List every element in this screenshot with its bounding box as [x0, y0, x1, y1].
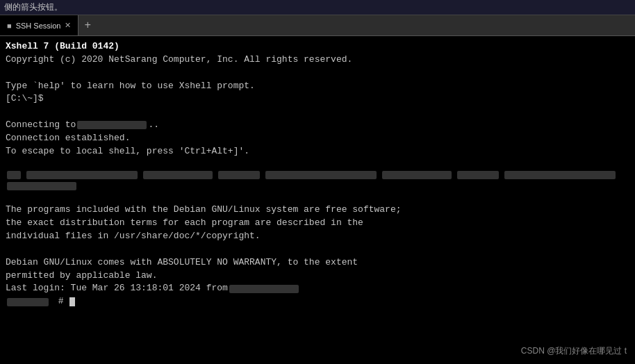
terminal-line-5: [C:\~]$ [6, 92, 629, 106]
xshell-title: Xshell 7 (Build 0142) [6, 40, 119, 53]
annotation-text: 侧的箭头按钮。 [4, 1, 63, 13]
warranty-text-2: permitted by applicable law. [6, 270, 157, 283]
terminal-line-15: individual files in /usr/share/doc/*/cop… [6, 230, 629, 243]
terminal-window[interactable]: Xshell 7 (Build 0142) Copyright (c) 2020… [0, 36, 635, 364]
tab-icon: ■ [7, 22, 12, 30]
redacted-b1 [7, 171, 21, 179]
terminal-line-2: Copyright (c) 2020 NetSarang Computer, I… [6, 53, 629, 67]
terminal-line-13: The programs included with the Debian GN… [6, 204, 629, 217]
redacted-ip-2 [229, 285, 299, 293]
redacted-host [7, 298, 49, 306]
tab-close-button[interactable]: ✕ [65, 21, 71, 30]
redacted-b7 [457, 171, 499, 179]
redacted-b6 [382, 171, 452, 179]
tab-area: ■ SSH Session ✕ + [0, 15, 97, 35]
debian-text-2: the exact distribution terms for each pr… [6, 217, 363, 230]
hash-prompt: # [53, 295, 69, 308]
connection-established: Connection established. [6, 132, 130, 145]
terminal-line-blank-2 [6, 106, 629, 119]
tab-label: SSH Session [16, 22, 61, 30]
terminal-line-connecting: Connecting to .. [6, 119, 629, 132]
cursor [69, 297, 75, 306]
redacted-b8 [504, 171, 616, 179]
connecting-suffix: .. [148, 119, 159, 132]
add-tab-icon: + [84, 19, 91, 32]
new-tab-button[interactable]: + [79, 15, 97, 35]
redacted-b4 [218, 171, 260, 179]
help-text: Type `help' to learn how to use Xshell p… [6, 80, 255, 93]
terminal-line-lastlogin: Last login: Tue Mar 26 13:18:01 2024 fro… [6, 282, 629, 295]
terminal-line-1: Xshell 7 (Build 0142) [6, 40, 629, 53]
prompt: [C:\~]$ [6, 92, 44, 106]
redacted-b9 [7, 182, 76, 190]
debian-text-1: The programs included with the Debian GN… [6, 204, 402, 217]
active-tab[interactable]: ■ SSH Session ✕ [0, 15, 79, 35]
annotation-bar: 侧的箭头按钮。 [0, 0, 635, 15]
terminal-line-17: Debian GNU/Linux comes with ABSOLUTELY N… [6, 256, 629, 270]
warranty-text-1: Debian GNU/Linux comes with ABSOLUTELY N… [6, 256, 358, 270]
redacted-ip-1 [77, 121, 147, 129]
redacted-b2 [26, 171, 138, 179]
terminal-line-escape: To escape to local shell, press 'Ctrl+Al… [6, 145, 629, 158]
title-bar: ■ SSH Session ✕ + [0, 15, 635, 36]
terminal-line-blank-4 [6, 190, 629, 204]
terminal-line-18: permitted by applicable law. [6, 270, 629, 283]
terminal-line-14: the exact distribution terms for each pr… [6, 217, 629, 230]
escape-text: To escape to local shell, press 'Ctrl+Al… [6, 145, 249, 158]
redacted-b3 [143, 171, 213, 179]
lastlogin-prefix: Last login: Tue Mar 26 13:18:01 2024 fro… [6, 282, 228, 295]
terminal-line-established: Connection established. [6, 132, 629, 145]
connecting-prefix: Connecting to [6, 119, 76, 132]
debian-text-3: individual files in /usr/share/doc/*/cop… [6, 230, 261, 243]
terminal-line-blank-5 [6, 243, 629, 256]
terminal-line-4: Type `help' to learn how to use Xshell p… [6, 80, 629, 93]
terminal-line-blank-3 [6, 158, 629, 172]
terminal-line-blank-1 [6, 67, 629, 80]
redacted-b5 [265, 171, 377, 179]
terminal-line-redacted-banner [6, 171, 629, 190]
terminal-line-prompt: # [6, 295, 629, 308]
copyright-text: Copyright (c) 2020 NetSarang Computer, I… [6, 53, 352, 67]
